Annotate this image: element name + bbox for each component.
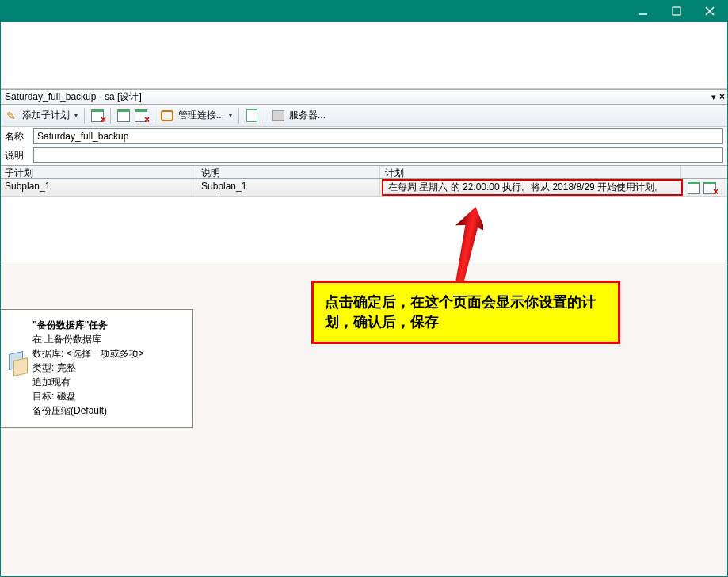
separator [84,108,85,124]
maximize-button[interactable] [660,0,693,22]
subplan-actions [684,179,728,196]
task-line: 类型: 完整 [32,361,183,375]
svg-rect-1 [673,7,680,15]
task-line: 目标: 磁盘 [32,389,183,403]
remove-schedule-icon[interactable] [703,182,716,194]
servers-icon [272,109,284,122]
database-stack-icon [9,353,26,372]
description-input[interactable] [33,147,723,163]
separator [238,108,239,124]
backup-task-node[interactable]: "备份数据库"任务 在 上备份数据库 数据库: <选择一项或多项> 类型: 完整… [0,309,193,428]
close-button[interactable] [693,0,726,22]
designer-toolbar: 添加子计划 ▾ 管理连接... ▾ 服务器... [0,105,728,127]
task-title: "备份数据库"任务 [32,318,183,332]
manage-connections-dropdown[interactable]: ▾ [229,112,232,119]
separator [154,108,154,124]
manage-connections-button[interactable]: 管理连接... [178,109,224,122]
add-subplan-button[interactable]: 添加子计划 [22,109,70,122]
edit-schedule-icon[interactable] [688,182,700,194]
subplan-row[interactable]: Subplan_1 Subplan_1 在每周 星期六 的 22:00:00 执… [0,179,728,197]
col-subplan[interactable]: 子计划 [0,166,196,178]
subplan-cell[interactable]: Subplan_1 [0,179,196,196]
name-label: 名称 [5,130,29,143]
task-line: 追加现有 [32,375,183,389]
reporting-icon[interactable] [246,109,258,122]
name-row: 名称 [0,127,728,146]
delete-subplan-icon[interactable] [91,109,104,122]
col-schedule[interactable]: 计划 [380,166,681,178]
add-subplan-dropdown[interactable]: ▾ [74,112,78,119]
annotation-callout: 点击确定后，在这个页面会显示你设置的计划，确认后，保存 [311,281,620,344]
document-tab-bar: Saturday_full_backup - sa [设计] ▾ × [0,89,728,105]
servers-button[interactable]: 服务器... [289,109,326,122]
schedule-icon[interactable] [117,109,130,122]
minimize-button[interactable] [627,0,660,22]
col-description[interactable]: 说明 [196,166,380,178]
subplan-grid-header: 子计划 说明 计划 [0,165,728,179]
tab-close-button[interactable]: × [719,91,725,102]
schedule-remove-icon[interactable] [135,109,147,122]
task-line: 在 上备份数据库 [32,332,183,346]
task-line: 数据库: <选择一项或多项> [32,346,183,361]
manage-connections-icon [161,109,173,122]
tab-windows-dropdown[interactable]: ▾ [711,92,716,102]
menu-ribbon-area [0,22,728,89]
callout-text: 点击确定后，在这个页面会显示你设置的计划，确认后，保存 [325,294,596,330]
subplan-schedule-cell[interactable]: 在每周 星期六 的 22:00:00 执行。将从 2018/8/29 开始使用计… [382,179,683,196]
separator [110,108,111,124]
description-label: 说明 [5,149,29,162]
separator [265,108,265,124]
task-line: 备份压缩(Default) [32,403,183,418]
col-actions [681,166,728,178]
description-row: 说明 [0,146,728,165]
edit-icon[interactable] [5,109,17,122]
name-input[interactable] [33,128,723,144]
subplan-desc-cell[interactable]: Subplan_1 [196,179,380,196]
window-titlebar [0,0,728,22]
document-tab[interactable]: Saturday_full_backup - sa [设计] [3,90,143,105]
